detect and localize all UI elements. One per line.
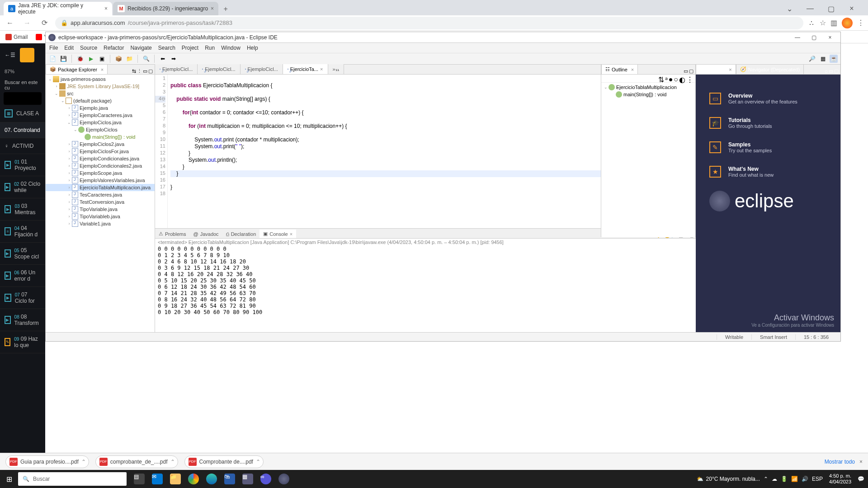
close-icon[interactable]: × — [320, 66, 323, 72]
close-icon[interactable]: × — [211, 5, 214, 12]
maximize-icon[interactable]: ▢ — [806, 34, 821, 41]
menu-edit[interactable]: Edit — [64, 45, 74, 51]
eclipse-taskbar-icon[interactable] — [276, 471, 292, 487]
outline-tab[interactable]: ☷Outline× — [601, 64, 638, 74]
home-icon[interactable]: ⌂ — [825, 68, 828, 74]
download-item-1[interactable]: PDFGuia para profesio....pdf⌃ — [5, 455, 89, 468]
menu-icon[interactable]: ⋮ — [686, 75, 693, 81]
editor-tab-more[interactable]: »₁₁ — [328, 64, 344, 74]
forward-button[interactable]: → — [21, 19, 33, 27]
perspective-java-icon[interactable]: ▦ — [819, 55, 827, 63]
mail-icon[interactable]: ✉ — [149, 471, 165, 487]
sidebar-item-07[interactable]: 07. Controland — [0, 122, 45, 138]
show-all-downloads[interactable]: Mostrar todo — [825, 459, 855, 465]
package-tree[interactable]: ⌄java-primeros-pasos ›JRE System Library… — [46, 75, 155, 332]
close-icon[interactable]: × — [844, 2, 860, 15]
quick-access-icon[interactable]: 🔎 — [808, 55, 816, 63]
sidebar-item-02[interactable]: ▶02 02 Ciclo while — [0, 176, 45, 198]
menu-navigate[interactable]: Navigate — [130, 45, 151, 51]
hide-static-icon[interactable]: ○ — [674, 75, 678, 81]
hide-nonpublic-icon[interactable]: ◐ — [679, 75, 685, 81]
sidebar-item-06[interactable]: ▶06 06 Un error d — [0, 265, 45, 287]
bookmark-gmail[interactable]: Gmail — [5, 34, 28, 40]
sidebar-item-clase[interactable]: ▦CLASE A — [0, 105, 45, 122]
star-icon[interactable]: ☆ — [820, 19, 826, 27]
store-icon[interactable]: 🛍 — [222, 471, 238, 487]
run-icon[interactable]: ▶ — [87, 55, 95, 63]
new-icon[interactable]: 📄 — [48, 55, 57, 63]
save-icon[interactable]: 💾 — [59, 55, 67, 63]
minimize-icon[interactable]: ▭ — [684, 68, 688, 74]
perspective-icon[interactable]: ☕ — [830, 55, 838, 63]
menu-icon[interactable]: ←☰ — [4, 49, 16, 61]
language-indicator[interactable]: ESP — [812, 476, 823, 482]
tab-javadoc[interactable]: @Javadoc — [189, 230, 222, 238]
weather-widget[interactable]: ⛅20°C Mayorm. nubla... — [697, 476, 760, 482]
taskbar-clock[interactable]: 4:50 p. m.4/04/2023 — [826, 473, 854, 485]
maximize-icon[interactable]: ▢ — [148, 68, 153, 74]
search-input[interactable] — [4, 92, 42, 105]
explorer-icon[interactable]: 📁 — [167, 471, 184, 487]
minimize-icon[interactable]: — — [802, 2, 818, 15]
minimize-icon[interactable]: ▭ — [829, 68, 833, 74]
battery-icon[interactable]: 🔋 — [781, 476, 788, 482]
link-icon[interactable]: ⋮ — [137, 68, 142, 74]
menu-source[interactable]: Source — [80, 45, 97, 51]
sidebar-item-08[interactable]: ▶08 08 Transform — [0, 309, 45, 331]
welcome-tab[interactable]: ⌂Welcome× — [696, 64, 736, 74]
new-tab-button[interactable]: + — [219, 3, 232, 15]
download-item-2[interactable]: PDFcomprobante_de_....pdf⌃ — [95, 455, 178, 468]
chrome-icon[interactable] — [185, 471, 202, 487]
address-bar[interactable]: 🔒 app.aluracursos.com/course/java-primer… — [55, 17, 803, 29]
hide-fields-icon[interactable]: ● — [669, 75, 673, 81]
menu-run[interactable]: Run — [205, 45, 215, 51]
close-icon[interactable]: × — [859, 459, 863, 465]
browser-tab-1[interactable]: a Java JRE y JDK: compile y ejecute × — [4, 2, 112, 15]
menu-refactor[interactable]: Refactor — [104, 45, 124, 51]
wifi-icon[interactable]: 📶 — [791, 476, 798, 482]
profile-avatar[interactable] — [842, 18, 853, 28]
welcome-overview[interactable]: ▭OverviewGet an overview of the features — [709, 93, 831, 104]
taskbar-search[interactable]: 🔍Buscar — [18, 472, 127, 486]
menu-help[interactable]: Help — [247, 45, 258, 51]
collapse-icon[interactable]: ⇆ — [132, 68, 136, 74]
maximize-icon[interactable]: ▢ — [823, 2, 839, 15]
welcome-tutorials[interactable]: 🎓TutorialsGo through tutorials — [709, 117, 831, 129]
start-button[interactable]: ⊞ — [0, 470, 18, 488]
minimize-icon[interactable]: — — [790, 34, 805, 41]
side-panel-icon[interactable]: ▥ — [830, 19, 837, 27]
editor-tab-2[interactable]: EjemploCicl... — [198, 64, 240, 74]
sidebar-item-activid[interactable]: ♀ACTIVID — [0, 138, 45, 154]
browser-tab-2[interactable]: M Recibidos (8.229) - ingenieraagro × — [113, 2, 218, 15]
package-explorer-tab[interactable]: 📦 Package Explorer × — [46, 64, 108, 74]
maximize-icon[interactable]: ▢ — [689, 68, 693, 74]
editor-tab-3[interactable]: EjemploCicl... — [241, 64, 283, 74]
onedrive-icon[interactable]: ☁ — [772, 476, 777, 482]
back-icon[interactable]: ⬅ — [159, 55, 167, 63]
close-icon[interactable]: × — [101, 67, 104, 72]
maximize-icon[interactable]: ▢ — [834, 68, 839, 74]
forward-icon[interactable]: ➡ — [170, 55, 178, 63]
sort-icon[interactable]: ⇅ — [658, 75, 664, 81]
welcome-samples[interactable]: ✎SamplesTry out the samples — [709, 141, 831, 153]
editor-tab-1[interactable]: EjemploCicl... — [155, 64, 198, 74]
sidebar-item-04[interactable]: ≡04 04 Fijación d — [0, 221, 45, 243]
chevron-up-icon[interactable]: ⌃ — [170, 459, 175, 465]
tab-problems[interactable]: ⚠Problems — [155, 230, 189, 238]
outline-tree[interactable]: ⌄EjercicioTablaMultiplicacion main(Strin… — [601, 83, 695, 99]
navigator-tab[interactable]: 🧭Navigator (Deprecated) — [736, 64, 804, 74]
notifications-icon[interactable]: 💬 — [858, 476, 864, 482]
tab-declaration[interactable]: ⎙Declaration — [222, 230, 260, 238]
app-icon[interactable]: ∞ — [258, 471, 274, 487]
debug-icon[interactable]: 🐞 — [76, 55, 84, 63]
search-icon[interactable]: 🔍 — [142, 55, 150, 63]
volume-icon[interactable]: 🔊 — [802, 476, 808, 482]
menu-file[interactable]: File — [49, 45, 58, 51]
chevron-up-icon[interactable]: ⌃ — [256, 459, 260, 465]
tab-console[interactable]: ▣Console × — [259, 230, 296, 238]
translate-icon[interactable]: ⛬ — [808, 19, 815, 27]
close-icon[interactable]: × — [104, 5, 108, 12]
minimize-icon[interactable]: ▭ — [143, 68, 147, 74]
welcome-whatsnew[interactable]: ★What's NewFind out what is new — [709, 166, 831, 178]
chevron-down-icon[interactable]: ⌄ — [781, 2, 797, 15]
